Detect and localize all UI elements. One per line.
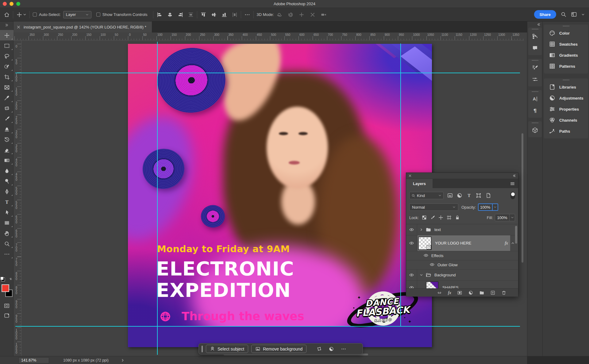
clone-stamp-tool[interactable] bbox=[0, 124, 13, 134]
frame-tool[interactable] bbox=[0, 82, 13, 93]
group-drag-handle[interactable] bbox=[528, 90, 542, 93]
guide-horizontal-2[interactable] bbox=[15, 326, 520, 327]
lock-transparent-pixels-icon[interactable] bbox=[422, 215, 427, 220]
align-bottom-edges-icon[interactable] bbox=[221, 12, 227, 18]
layer-visibility-toggle[interactable] bbox=[406, 281, 417, 288]
group-drag-handle[interactable] bbox=[528, 121, 542, 124]
eyedropper-tool[interactable] bbox=[0, 93, 13, 103]
dock-item-swatches[interactable]: Swatches bbox=[544, 39, 588, 50]
panel-icon-brushes[interactable] bbox=[528, 74, 542, 85]
canvas[interactable]: Monday to Friday at 9AM ELECTRONIC EXPED… bbox=[128, 44, 432, 347]
path-selection-tool[interactable] bbox=[0, 207, 13, 218]
more-align-options-icon[interactable] bbox=[244, 12, 250, 18]
close-tab-icon[interactable] bbox=[17, 25, 21, 29]
distribute-horizontal-icon[interactable] bbox=[188, 12, 194, 18]
layer-visibility-toggle[interactable] bbox=[406, 270, 417, 280]
zoom-level-field[interactable]: 141.67% bbox=[18, 357, 49, 363]
current-tool-move-icon[interactable] bbox=[16, 12, 22, 18]
eraser-tool[interactable] bbox=[0, 145, 13, 155]
layer-style-fx-icon[interactable]: fx bbox=[448, 290, 451, 295]
layer-row-text[interactable]: text bbox=[406, 224, 518, 235]
pen-tool[interactable] bbox=[0, 186, 13, 197]
history-brush-tool[interactable] bbox=[0, 134, 13, 145]
search-icon[interactable] bbox=[560, 11, 567, 17]
fill-chevron[interactable] bbox=[510, 214, 515, 221]
3d-slide-icon[interactable] bbox=[310, 12, 316, 18]
guide-horizontal-1[interactable] bbox=[15, 73, 520, 73]
collapse-tools-icon[interactable] bbox=[5, 23, 9, 27]
dock-item-libraries[interactable]: Libraries bbox=[544, 82, 588, 93]
opacity-chevron[interactable] bbox=[493, 203, 498, 211]
collapse-panel-icon[interactable] bbox=[513, 174, 516, 177]
chevron-right-icon[interactable] bbox=[420, 228, 423, 231]
layers-scrollbar-thumb[interactable] bbox=[515, 226, 517, 244]
align-vertical-centers-icon[interactable] bbox=[211, 12, 217, 18]
group-drag-handle[interactable] bbox=[544, 78, 588, 82]
lock-all-icon[interactable] bbox=[455, 215, 460, 220]
layer-row-effects[interactable]: Effects bbox=[406, 251, 518, 260]
3d-orbit-icon[interactable] bbox=[276, 12, 283, 18]
status-chevron-icon[interactable] bbox=[121, 358, 125, 362]
document-tab[interactable]: instagram_post_square.psd @ 142% (YOUR L… bbox=[13, 21, 152, 32]
layer-fx-badge[interactable]: fx bbox=[505, 241, 508, 246]
move-tool[interactable] bbox=[0, 30, 13, 40]
dock-item-gradients[interactable]: Gradients bbox=[544, 50, 588, 61]
transform-icon[interactable] bbox=[316, 346, 322, 352]
chevron-down-icon[interactable] bbox=[420, 273, 423, 277]
fill-value-field[interactable]: 100% bbox=[495, 214, 510, 221]
filter-pixel-layers-icon[interactable] bbox=[447, 192, 453, 199]
layer-row-background[interactable]: Background bbox=[406, 270, 518, 281]
guide-vertical-1[interactable] bbox=[157, 42, 158, 355]
dodge-tool[interactable] bbox=[0, 176, 13, 186]
layer-visibility-toggle[interactable] bbox=[406, 224, 417, 235]
dock-item-channels[interactable]: Channels bbox=[544, 115, 588, 126]
chevron-down-icon[interactable] bbox=[581, 13, 585, 16]
tool-preset-chevron-icon[interactable] bbox=[23, 13, 26, 16]
layer-row-shapes[interactable]: SHAPES bbox=[406, 281, 518, 288]
type-tool[interactable]: T bbox=[0, 197, 13, 207]
edit-toolbar-tool[interactable] bbox=[0, 249, 13, 259]
rectangle-tool[interactable] bbox=[0, 218, 13, 228]
default-colors-icon[interactable] bbox=[1, 278, 5, 281]
more-options-icon[interactable] bbox=[341, 346, 346, 352]
tab-layers[interactable]: Layers bbox=[406, 179, 433, 188]
guide-vertical-2[interactable] bbox=[400, 44, 401, 327]
dock-item-properties[interactable]: Properties bbox=[544, 104, 588, 115]
brush-tool[interactable] bbox=[0, 113, 13, 124]
dock-item-paths[interactable]: Paths bbox=[544, 126, 588, 137]
show-transform-controls-checkbox[interactable] bbox=[96, 13, 100, 17]
expand-panels-icon[interactable] bbox=[537, 23, 541, 26]
group-drag-handle[interactable] bbox=[544, 25, 588, 28]
workspace-switcher-icon[interactable] bbox=[571, 11, 577, 17]
align-left-edges-icon[interactable] bbox=[156, 12, 163, 18]
filter-shape-layers-icon[interactable] bbox=[475, 192, 482, 199]
distribute-vertical-icon[interactable] bbox=[232, 12, 238, 18]
layer-row-your-logo-here[interactable]: YOUR LOGO HEREfx bbox=[406, 235, 518, 251]
layer-thumbnail[interactable] bbox=[426, 282, 438, 289]
close-panel-icon[interactable] bbox=[408, 174, 412, 177]
new-group-icon[interactable] bbox=[479, 290, 484, 295]
align-horizontal-centers-icon[interactable] bbox=[167, 12, 173, 18]
remove-background-button[interactable]: Remove background bbox=[251, 345, 306, 353]
panel-icon-paragraph[interactable]: ¶ bbox=[528, 105, 542, 116]
dock-item-patterns[interactable]: Patterns bbox=[544, 61, 588, 72]
panel-icon-comments[interactable] bbox=[528, 42, 542, 54]
zoom-tool[interactable] bbox=[0, 238, 13, 249]
swap-colors-icon[interactable] bbox=[9, 277, 13, 281]
panel-menu-icon[interactable] bbox=[510, 181, 515, 186]
layer-thumbnail[interactable] bbox=[419, 237, 431, 249]
dock-item-adjustments[interactable]: Adjustments bbox=[544, 93, 588, 104]
align-top-edges-icon[interactable] bbox=[200, 12, 206, 18]
dock-item-color[interactable]: Color bbox=[544, 28, 588, 39]
effect-visibility-toggle[interactable] bbox=[429, 262, 435, 268]
select-subject-button[interactable]: Select subject bbox=[206, 345, 248, 353]
panel-icon-threed[interactable] bbox=[528, 124, 542, 136]
filter-toggle-switch[interactable] bbox=[510, 192, 515, 199]
hand-tool[interactable] bbox=[0, 228, 13, 238]
opacity-value-field[interactable]: 100% bbox=[478, 203, 493, 211]
layer-visibility-toggle[interactable] bbox=[406, 235, 417, 251]
gradient-tool[interactable] bbox=[0, 155, 13, 165]
3d-roll-icon[interactable] bbox=[287, 12, 294, 18]
panel-icon-character[interactable]: A bbox=[528, 93, 542, 105]
3d-pan-icon[interactable] bbox=[298, 12, 305, 18]
